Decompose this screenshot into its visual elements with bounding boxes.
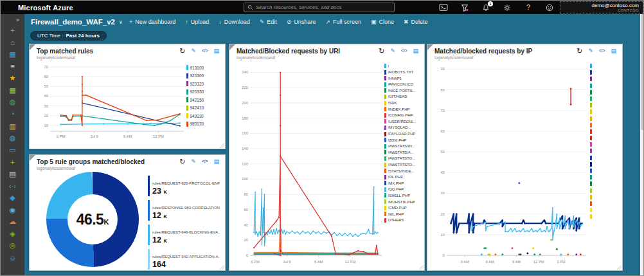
command-edit[interactable]: ✎Edit <box>260 19 277 25</box>
refresh-icon[interactable]: ↻ <box>577 48 582 55</box>
legend-item[interactable]: /GIT/HEAD <box>384 95 420 99</box>
legend-item[interactable]: /AWSTATS/A... <box>384 150 420 154</box>
legend-item[interactable]: /AWSTATS/IN... <box>384 144 420 149</box>
legend-item[interactable]: /QQ.PHP <box>384 187 420 192</box>
legend-item[interactable]: /INDEX.PHP <box>384 107 420 111</box>
legend-item[interactable] <box>590 103 618 107</box>
legend-item[interactable] <box>590 175 618 179</box>
sidebar-item-sql-databases[interactable]: ▥ <box>1 120 24 133</box>
requests-by-uri-chart[interactable]: 0204060801001201401601802002202406 PMJul… <box>235 61 384 265</box>
vertical-scrollbar[interactable] <box>640 14 644 276</box>
legend-item[interactable]: /MX.PHP <box>384 181 420 185</box>
command-delete[interactable]: ✖Delete <box>404 19 428 25</box>
sidebar-item-virtual-machines[interactable]: ▭ <box>1 144 24 156</box>
legend-item[interactable]: 949110 <box>186 113 220 118</box>
sidebar-item-cost-management[interactable]: ◎ <box>1 240 24 252</box>
refresh-icon[interactable]: ↻ <box>379 48 384 55</box>
sidebar-item-load-balancers[interactable]: + <box>1 156 24 169</box>
legend-item[interactable]: /FAVICON.ICO <box>384 82 420 87</box>
sidebar-item-advisor[interactable]: ☁ <box>1 216 24 228</box>
legend-item[interactable] <box>590 64 618 68</box>
legend-item[interactable]: OTHERS <box>384 218 420 223</box>
sidebar-item-all-resources[interactable]: ▦ <box>1 84 24 97</box>
legend-item[interactable]: 913100 <box>186 65 220 70</box>
search-input[interactable] <box>256 5 391 10</box>
global-search[interactable] <box>244 3 395 12</box>
open-in-logs-icon[interactable]: ▤ <box>213 159 219 165</box>
legend-item[interactable]: 920350 <box>186 89 220 95</box>
legend-item[interactable]: /SDK <box>384 101 420 106</box>
sidebar-item-favorites[interactable]: ★ <box>1 72 24 84</box>
sidebar-item-monitor[interactable]: ◉ <box>1 204 24 216</box>
edit-icon[interactable]: ✎ <box>192 48 197 54</box>
legend-item[interactable] <box>590 97 618 101</box>
legend-item[interactable]: 980130 <box>186 122 220 127</box>
donut-legend-item[interactable]: rules/REQUEST-949-BLOCKING-EVA...12 K <box>148 225 220 245</box>
command-download[interactable]: ↓Download <box>219 19 250 25</box>
legend-item[interactable]: /MUHSTIK.PHP <box>384 199 420 204</box>
legend-item[interactable]: /WL.PHP <box>384 212 420 216</box>
legend-item[interactable] <box>590 189 618 193</box>
directory-filter-icon[interactable] <box>460 3 470 13</box>
rule-groups-donut-chart[interactable]: 46.5 K <box>46 172 139 267</box>
legend-item[interactable]: /MYSQLAD... <box>384 125 420 130</box>
legend-item[interactable]: 920300 <box>186 73 220 78</box>
top-matched-rules-chart[interactable]: 102030405060706 PMJul 96 AM12 PM <box>35 61 186 140</box>
legend-item[interactable]: /PAYLOAD.PHP <box>384 132 420 136</box>
feedback-smiley-icon[interactable] <box>544 3 555 13</box>
legend-item[interactable] <box>590 77 618 81</box>
legend-item[interactable] <box>590 169 618 173</box>
open-in-logs-icon[interactable]: ▤ <box>213 48 219 54</box>
sidebar-item-security-center[interactable]: ◈ <box>1 228 24 240</box>
legend-item[interactable] <box>590 129 618 134</box>
legend-item[interactable] <box>590 201 618 206</box>
command-upload[interactable]: ↑Upload <box>185 19 209 25</box>
refresh-icon[interactable]: ↻ <box>179 48 185 55</box>
cloud-shell-icon[interactable] <box>438 3 449 13</box>
code-view-icon[interactable]: </> <box>599 49 605 53</box>
time-range-filter[interactable]: UTC Time : Past 24 hours <box>30 31 107 41</box>
legend-item[interactable]: /ROBOTS.TXT <box>384 70 420 75</box>
legend-item[interactable] <box>590 149 618 153</box>
legend-item[interactable] <box>590 142 618 147</box>
code-view-icon[interactable]: </> <box>202 160 208 164</box>
command-unshare[interactable]: ⊘Unshare <box>287 19 316 25</box>
code-view-icon[interactable]: </> <box>401 49 407 53</box>
legend-item[interactable]: /NICE PORTS... <box>384 88 420 93</box>
legend-item[interactable]: /CMD.PHP <box>384 206 420 210</box>
command-clone[interactable]: ▣Clone <box>371 19 394 25</box>
legend-item[interactable] <box>590 109 618 114</box>
settings-gear-icon[interactable] <box>502 3 512 13</box>
help-icon[interactable]: ? <box>523 3 533 13</box>
open-in-logs-icon[interactable]: ▤ <box>413 48 418 54</box>
sidebar-item-virtual-networks[interactable]: ‹·› <box>1 180 24 192</box>
legend-item[interactable] <box>590 195 618 199</box>
sidebar-item-help-support[interactable]: ☺ <box>1 252 24 264</box>
legend-item[interactable]: 942410 <box>186 106 220 111</box>
dashboard-title[interactable]: Firewall_demo_WAF_v2 <box>31 18 115 26</box>
legend-item[interactable]: /HNAP1 <box>384 76 420 80</box>
legend-item[interactable] <box>590 116 618 121</box>
requests-by-ip-chart[interactable]: 01020304050607080903 AM6 AM9 AM12 PM3 PM <box>433 61 590 265</box>
legend-item[interactable]: /AWSTATSTO... <box>384 156 420 161</box>
edit-icon[interactable]: ✎ <box>589 48 594 54</box>
legend-item[interactable] <box>590 214 618 219</box>
edit-icon[interactable]: ✎ <box>192 159 197 165</box>
legend-item[interactable] <box>590 156 618 160</box>
legend-item[interactable]: /USER/REGIS... <box>384 119 420 124</box>
legend-item[interactable] <box>590 136 618 140</box>
sidebar-item-cosmos-db[interactable]: ◍ <box>1 132 24 144</box>
sidebar-item-app-services[interactable]: ◔ <box>1 108 24 120</box>
donut-legend-item[interactable]: rules/REQUEST-920-PROTOCOL-ENF...23 K <box>148 176 220 196</box>
legend-item[interactable] <box>590 70 618 75</box>
legend-item[interactable]: /CONFIG.PHP <box>384 113 420 118</box>
legend-item[interactable] <box>590 123 618 127</box>
open-in-logs-icon[interactable]: ▤ <box>611 48 616 54</box>
legend-item[interactable]: /SHELL.PHP <box>384 193 420 198</box>
sidebar-item-dashboard[interactable]: ▦ <box>1 48 24 60</box>
legend-item[interactable]: /STATS/INDE... <box>384 169 420 173</box>
donut-legend-item[interactable]: rules/REQUEST-942-APPLICATION-A...164 <box>148 249 220 270</box>
legend-item[interactable]: / <box>384 64 420 68</box>
legend-item[interactable] <box>590 181 618 186</box>
refresh-icon[interactable]: ↻ <box>179 158 185 165</box>
